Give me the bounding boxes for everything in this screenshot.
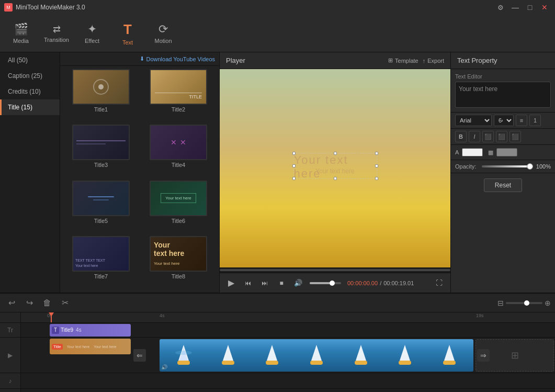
next-frame-btn[interactable]: ⏭ — [257, 276, 272, 290]
boat-7 — [439, 342, 460, 368]
video-arrow-right[interactable]: ⇒ — [477, 349, 490, 362]
text-editor-box[interactable]: Your text here — [455, 82, 551, 108]
undo-btn[interactable]: ↩ — [4, 296, 19, 310]
bg-color-swatch[interactable] — [496, 148, 517, 156]
opacity-row: Opacity: 100% — [451, 160, 555, 173]
play-btn[interactable]: ▶ — [224, 276, 239, 290]
bold-btn[interactable]: B — [455, 131, 467, 142]
content-header: ⬇ Download YouTube Videos — [60, 52, 219, 66]
align-right-btn[interactable]: ⬛ — [509, 131, 521, 142]
minimize-btn[interactable]: — — [509, 2, 522, 13]
font-color-swatch[interactable] — [462, 148, 483, 156]
seek-bar[interactable] — [220, 269, 450, 271]
toolbar-text[interactable]: T Text — [111, 17, 144, 50]
sidebar-all[interactable]: All (50) — [0, 52, 60, 68]
svg-rect-15 — [443, 361, 456, 365]
thumb-title7[interactable]: TEXT TEXT TEXTYour text here Title7 — [63, 236, 139, 289]
text-editor-section: Text Editor Your text here — [451, 69, 555, 113]
export-btn[interactable]: ↑ Export — [423, 57, 444, 64]
toolbar-transition[interactable]: ⇄ Transition — [40, 17, 73, 50]
svg-rect-2 — [177, 361, 190, 365]
opacity-label: Opacity: — [455, 163, 479, 170]
thumbnails-grid: Title1 TITLE Title2 — [60, 66, 219, 293]
timeline-labels: Tr ▶ ♪ — [0, 312, 21, 392]
player-controls: ▶ ⏮ ⏭ ■ 🔊 00:00:00.00 / 00:00:19.01 ⛶ — [220, 273, 450, 293]
handle-tm[interactable] — [334, 152, 337, 155]
mute-btn[interactable]: 🔊 — [291, 276, 305, 290]
corner-handle-bl[interactable] — [292, 177, 296, 180]
thumb-img-title5 — [72, 181, 130, 216]
video-track-label-row: ▶ — [0, 338, 20, 373]
thumb-title4[interactable]: ✕ ✕ Title4 — [141, 125, 216, 178]
size-select[interactable]: 64 — [494, 115, 514, 126]
timeline: ↩ ↪ 🗑 ✂ ⊟ ⊕ Tr ▶ ♪ 0s — [0, 293, 555, 392]
opacity-slider[interactable] — [482, 165, 531, 167]
thumb-img-title4: ✕ ✕ — [150, 125, 207, 160]
delete-btn[interactable]: 🗑 — [40, 296, 54, 310]
settings-btn[interactable]: ⚙ — [494, 2, 507, 13]
title-clip[interactable]: T Title9 4s — [50, 324, 131, 337]
export-icon: ↑ — [423, 58, 426, 64]
title-badge: Title — [52, 344, 63, 350]
zoom-out-icon[interactable]: ⊟ — [497, 299, 504, 307]
thumb-title6[interactable]: Your text here Title6 — [141, 181, 216, 234]
redo-btn[interactable]: ↪ — [22, 296, 37, 310]
toolbar-effect[interactable]: ✦ Effect — [75, 17, 109, 50]
toolbar-media[interactable]: 🎬 Media — [4, 17, 38, 50]
opacity-knob — [527, 163, 533, 170]
video-background: Your text here Your text here — [220, 69, 450, 267]
handle-ml[interactable] — [292, 164, 296, 167]
handle-mr[interactable] — [375, 164, 378, 167]
effect-icon: ✦ — [87, 23, 97, 36]
download-youtube-btn[interactable]: ⬇ Download YouTube Videos — [140, 55, 216, 62]
stop-btn[interactable]: ■ — [274, 276, 289, 290]
corner-handle-tr[interactable] — [375, 152, 378, 155]
corner-handle-tl[interactable] — [292, 152, 296, 155]
align-left-btn[interactable]: ⬛ — [482, 131, 494, 142]
text-format-row: B I ⬛ ⬛ ⬛ — [451, 129, 555, 145]
thumb-img-title1 — [72, 69, 130, 105]
maximize-btn[interactable]: □ — [524, 2, 536, 13]
sidebar-title[interactable]: Title (15) — [0, 99, 60, 115]
fullscreen-btn[interactable]: ⛶ — [432, 276, 446, 290]
progress-bar-area — [220, 267, 450, 273]
boat-1 — [173, 342, 194, 368]
boat-2 — [218, 342, 239, 368]
title-preview-text2: Your text here — [94, 345, 116, 349]
title-preview-text: Your text here — [67, 345, 89, 349]
reset-btn[interactable]: Reset — [484, 178, 522, 192]
volume-slider[interactable] — [310, 282, 341, 284]
thumb-img-title6: Your text here — [150, 181, 207, 216]
video-track-icon: ▶ — [8, 352, 13, 359]
sidebar-credits[interactable]: Credits (10) — [0, 84, 60, 99]
playhead[interactable] — [51, 312, 52, 322]
title-overlay-clip[interactable]: Title Your text here Your text here — [50, 339, 131, 354]
template-btn[interactable]: ⊞ Template — [388, 57, 418, 64]
audio-track-label-row: ♪ — [0, 373, 20, 389]
line-spacing-btn[interactable]: 1 — [529, 115, 541, 126]
thumb-title3[interactable]: Title3 — [63, 125, 139, 178]
opacity-slider-container — [482, 165, 531, 167]
sidebar-caption[interactable]: Caption (25) — [0, 68, 60, 84]
handle-bm[interactable] — [334, 177, 337, 180]
cut-btn[interactable]: ✂ — [58, 296, 72, 310]
player-label: Player — [226, 57, 245, 64]
toolbar-motion[interactable]: ⟳ Motion — [146, 17, 180, 50]
thumb-title2[interactable]: TITLE Title2 — [141, 69, 216, 122]
font-select[interactable]: Arial — [455, 115, 492, 126]
list-style-btn[interactable]: ≡ — [516, 115, 527, 126]
close-btn[interactable]: ✕ — [538, 2, 551, 13]
thumb-title8[interactable]: Yourtext hereYour text here Title8 — [141, 236, 216, 289]
thumb-title1[interactable]: Title1 — [63, 69, 139, 122]
zoom-in-icon[interactable]: ⊕ — [545, 299, 551, 307]
boat-4 — [306, 342, 327, 368]
italic-btn[interactable]: I — [469, 131, 480, 142]
thumb-title5[interactable]: Title5 — [63, 181, 139, 234]
title-track-icon: Tr — [7, 327, 13, 334]
prev-frame-btn[interactable]: ⏮ — [241, 276, 255, 290]
corner-handle-br[interactable] — [375, 177, 378, 180]
video-clip[interactable] — [160, 339, 473, 372]
video-arrow-left[interactable]: ⇐ — [133, 349, 146, 362]
align-center-btn[interactable]: ⬛ — [496, 131, 507, 142]
zoom-slider[interactable] — [506, 302, 542, 304]
